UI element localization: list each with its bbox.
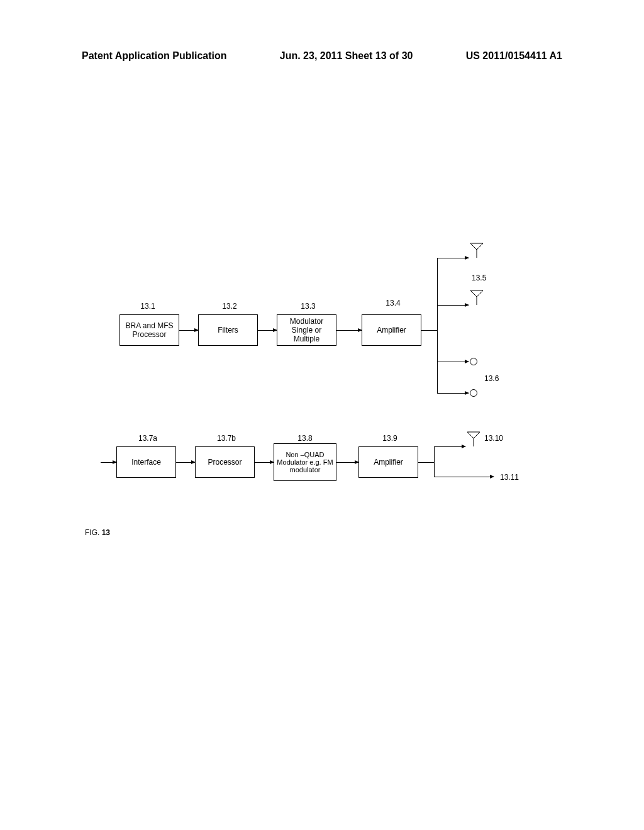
label-13-9: 13.9 bbox=[377, 434, 402, 443]
arrow-into-interface bbox=[101, 462, 116, 463]
arrow-3-4 bbox=[336, 330, 362, 331]
antenna-icon-1 bbox=[469, 242, 485, 258]
arrow-1-2 bbox=[179, 330, 198, 331]
arrow-out-bottom bbox=[487, 477, 494, 477]
line-ant2 bbox=[437, 305, 462, 306]
label-13-11: 13.11 bbox=[500, 473, 519, 482]
antenna-icon-bottom bbox=[465, 431, 482, 447]
arrow-7b-8 bbox=[255, 462, 274, 463]
arrow-2-3 bbox=[258, 330, 277, 331]
figure-label: FIG. 13 bbox=[85, 528, 110, 537]
label-13-7a: 13.7a bbox=[132, 434, 164, 443]
label-13-4: 13.4 bbox=[380, 299, 406, 307]
header-left: Patent Application Publication bbox=[82, 50, 227, 62]
arrow-ant2 bbox=[462, 305, 469, 306]
label-13-10: 13.10 bbox=[484, 434, 503, 443]
block-interface: Interface bbox=[116, 446, 176, 478]
line-ant-bottom bbox=[434, 446, 459, 447]
arrow-8-9 bbox=[336, 462, 358, 463]
line-circ1 bbox=[437, 362, 462, 362]
label-13-1: 13.1 bbox=[135, 302, 160, 311]
arrow-7a-7b bbox=[176, 462, 195, 463]
arrow-circ1 bbox=[462, 362, 469, 362]
label-13-5: 13.5 bbox=[472, 274, 486, 282]
svg-marker-1 bbox=[470, 243, 483, 250]
line-out-trunk-top bbox=[421, 330, 437, 331]
line-out-v-bottom bbox=[434, 446, 435, 477]
line-ant1 bbox=[437, 258, 462, 258]
block-nonquad-modulator: Non –QUAD Modulator e.g. FM modulator bbox=[274, 443, 336, 481]
svg-marker-5 bbox=[467, 432, 480, 438]
arrow-ant-bottom bbox=[459, 446, 465, 447]
block-filters: Filters bbox=[198, 314, 258, 346]
arrow-circ2 bbox=[462, 393, 469, 394]
arrow-ant1 bbox=[462, 258, 469, 258]
label-13-8: 13.8 bbox=[292, 434, 318, 443]
label-13-6: 13.6 bbox=[484, 374, 499, 383]
antenna-icon-2 bbox=[469, 289, 485, 306]
line-out-trunk-bottom bbox=[418, 462, 434, 463]
header-right: US 2011/0154411 A1 bbox=[466, 50, 562, 62]
block-amplifier-top: Amplifier bbox=[362, 314, 421, 346]
label-13-3: 13.3 bbox=[296, 302, 321, 311]
circle-output-1 bbox=[470, 358, 477, 365]
block-modulator: Modulator Single or Multiple bbox=[277, 314, 336, 346]
circle-output-2 bbox=[470, 389, 477, 397]
header-center: Jun. 23, 2011 Sheet 13 of 30 bbox=[280, 50, 413, 62]
block-bra-mfs-processor: BRA and MFS Processor bbox=[119, 314, 179, 346]
label-13-2: 13.2 bbox=[217, 302, 242, 311]
line-out-v-top bbox=[437, 258, 438, 393]
block-amplifier-bottom: Amplifier bbox=[358, 446, 418, 478]
label-13-7b: 13.7b bbox=[211, 434, 242, 443]
line-circ2 bbox=[437, 393, 462, 394]
svg-marker-3 bbox=[470, 290, 483, 297]
block-processor: Processor bbox=[195, 446, 255, 478]
line-out-bottom bbox=[434, 477, 487, 477]
